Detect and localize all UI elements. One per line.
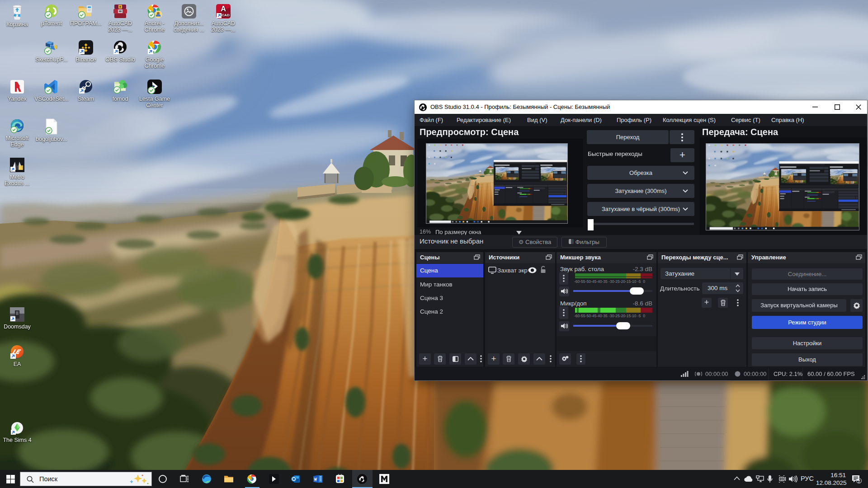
svg-text:2: 2 [858,479,860,483]
svg-text:A: A [221,5,226,13]
svg-text:CAD: CAD [222,13,230,17]
